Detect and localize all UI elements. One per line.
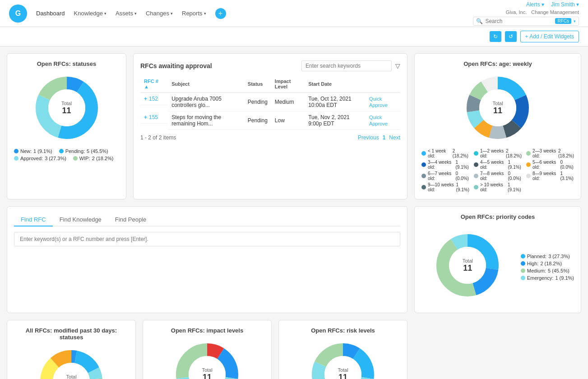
leg-high: High: 2 (18.2%) xyxy=(521,261,574,266)
open-rfcs-impact-chart: Total 11 xyxy=(150,338,264,379)
age-leg-10: > 10 weeks old: 1 (9.1%) xyxy=(474,182,522,192)
content: Open RFCs: statuses Total 11 xyxy=(0,46,588,379)
age-leg-4: 4—5 weeks old: 1 (9.1%) xyxy=(474,160,522,170)
priority-legend: Planned: 3 (27.3%) High: 2 (18.2%) Mediu… xyxy=(521,254,574,281)
tab-find-knowledge[interactable]: Find Knowledge xyxy=(53,213,108,226)
leg-medium: Medium: 5 (45.5%) xyxy=(521,268,574,273)
prev-button[interactable]: Previous xyxy=(358,134,379,141)
open-rfcs-risk-title: Open RFCs: risk levels xyxy=(286,327,400,334)
priority-chart: Total 11 xyxy=(431,229,504,301)
header-left: G Dashboard Knowledge ▾ Assets ▾ Changes… xyxy=(9,5,226,23)
all-rfcs-modified-card: All RFCs: modified past 30 days: statuse… xyxy=(7,320,136,379)
filter-icon[interactable]: ▽ xyxy=(395,62,400,69)
open-rfcs-statuses-label: Total 11 xyxy=(61,101,72,116)
logo: G xyxy=(9,5,27,23)
search-input[interactable] xyxy=(485,18,553,24)
rfc-link-152[interactable]: 152 xyxy=(149,96,158,102)
search-bar: 🔍 RFCs ▾ xyxy=(473,17,579,26)
legend-new-dot xyxy=(14,149,19,153)
age-leg-6: 6—7 weeks old: 0 (0.0%) xyxy=(421,171,469,181)
legend-new: New: 1 (9.1%) xyxy=(14,148,52,154)
rfcs-badge[interactable]: RFCs xyxy=(555,18,571,24)
open-rfcs-impact-title: Open RFCs: impact levels xyxy=(150,327,264,334)
rfcs-footer: 1 - 2 of 2 items Previous 1 Next xyxy=(140,134,400,141)
rfcs-table-head: RFC # ▲ Subject Status Impact Level Star… xyxy=(140,76,400,92)
row-1: Open RFCs: statuses Total 11 xyxy=(7,53,581,199)
rfc-date-2: Tue, Nov 2, 2021 9:00p EDT xyxy=(305,111,366,130)
open-rfcs-statuses-card: Open RFCs: statuses Total 11 xyxy=(7,53,126,199)
open-rfcs-statuses-legend: New: 1 (9.1%) Pending: 5 (45.5%) Approve… xyxy=(14,148,119,161)
nav-reports[interactable]: Reports ▾ xyxy=(182,10,206,17)
table-row: + 155 Steps for moving the remaining Hom… xyxy=(140,111,400,130)
impact-label: Total 11 xyxy=(202,367,212,379)
legend-approved-dot xyxy=(14,156,19,161)
leg-planned: Planned: 3 (27.3%) xyxy=(521,254,574,259)
rfcs-table: RFC # ▲ Subject Status Impact Level Star… xyxy=(140,76,400,130)
rfcs-chevron-icon: ▾ xyxy=(574,19,576,23)
open-rfcs-priority-card: Open RFCs: priority codes Total 11 xyxy=(414,206,581,313)
header: G Dashboard Knowledge ▾ Assets ▾ Changes… xyxy=(0,0,588,27)
age-leg-1: 1—2 weeks old: 2 (18.2%) xyxy=(474,148,522,158)
next-button[interactable]: Next xyxy=(389,134,400,141)
quick-approve-1[interactable]: Quick Approve xyxy=(369,96,388,108)
open-rfcs-age-chart: Total 11 xyxy=(421,72,574,144)
age-leg-3: 3—4 weeks old: 1 (9.1%) xyxy=(421,160,469,170)
col-subject: Subject xyxy=(168,76,244,92)
rfc-link-155[interactable]: 155 xyxy=(149,114,158,120)
toolbar: ↻ ↺ + Add / Edit Widgets xyxy=(0,27,588,46)
rfc-status-2: Pending xyxy=(244,111,271,130)
priority-spacer xyxy=(414,320,581,379)
header-top-links: Alerts ▾ Jim Smith ▾ xyxy=(526,1,579,8)
nav-assets[interactable]: Assets ▾ xyxy=(116,10,137,17)
all-rfcs-modified-title: All RFCs: modified past 30 days: statuse… xyxy=(14,327,129,341)
changes-chevron: ▾ xyxy=(171,11,173,16)
nav-dashboard[interactable]: Dashboard xyxy=(36,10,65,17)
row-2: Find RFC Find Knowledge Find People Open… xyxy=(7,206,581,313)
open-rfcs-impact-card: Open RFCs: impact levels Total 11 xyxy=(143,320,272,379)
nav-add-button[interactable]: + xyxy=(215,8,226,19)
rfc-date-1: Tue, Oct 12, 2021 10:00a EDT xyxy=(305,92,366,111)
quick-approve-2[interactable]: Quick Approve xyxy=(369,115,388,126)
find-input[interactable] xyxy=(14,232,400,246)
age-leg-5: 5—6 weeks old: 0 (0.0%) xyxy=(526,160,574,170)
refresh-button[interactable]: ↻ xyxy=(490,31,501,42)
age-leg-7: 7—8 weeks old: 0 (0.0%) xyxy=(474,171,522,181)
col-impact: Impact Level xyxy=(271,76,305,92)
legend-pending: Pending: 5 (45.5%) xyxy=(59,148,108,154)
rfcs-search-input[interactable] xyxy=(301,60,392,71)
rfc-subject-1: Upgrade Aruba 7005 controllers glo... xyxy=(168,92,244,111)
search-icon: 🔍 xyxy=(476,18,483,24)
col-rfc[interactable]: RFC # ▲ xyxy=(140,76,168,92)
nav-knowledge[interactable]: Knowledge ▾ xyxy=(74,10,106,17)
legend-approved: Approved: 3 (27.3%) xyxy=(14,156,66,161)
nav: Dashboard Knowledge ▾ Assets ▾ Changes ▾… xyxy=(36,8,226,19)
open-rfcs-priority-title: Open RFCs: priority codes xyxy=(421,213,574,220)
find-tabs: Find RFC Find Knowledge Find People xyxy=(14,213,400,226)
rfcs-awaiting-card: RFCs awaiting approval ▽ RFC # ▲ Subject… xyxy=(133,53,407,199)
history-button[interactable]: ↺ xyxy=(505,31,517,42)
user-button[interactable]: Jim Smith ▾ xyxy=(551,1,579,8)
page-number: 1 xyxy=(383,134,386,141)
add-edit-widgets-button[interactable]: + Add / Edit Widgets xyxy=(520,31,579,42)
priority-chart-area: Total 11 Planned: 3 (27.3%) High: 2 (18.… xyxy=(421,225,574,306)
all-rfcs-label: Total 34 xyxy=(66,374,76,379)
rfcs-awaiting-controls: ▽ xyxy=(301,60,400,71)
tab-find-people[interactable]: Find People xyxy=(108,213,153,226)
expand-row-2[interactable]: + xyxy=(144,114,147,120)
tab-find-rfc[interactable]: Find RFC xyxy=(14,213,53,226)
open-rfcs-statuses-title: Open RFCs: statuses xyxy=(14,60,119,67)
legend-wip-dot xyxy=(73,156,78,161)
rfc-impact-1: Medium xyxy=(271,92,305,111)
nav-changes[interactable]: Changes ▾ xyxy=(146,10,173,17)
rfc-status-1: Pending xyxy=(244,92,271,111)
header-right: Alerts ▾ Jim Smith ▾ Giva, Inc. Change M… xyxy=(473,1,579,26)
table-row: + 152 Upgrade Aruba 7005 controllers glo… xyxy=(140,92,400,111)
risk-label: Total 11 xyxy=(338,367,348,379)
pagination: Previous 1 Next xyxy=(358,134,400,141)
alerts-button[interactable]: Alerts ▾ xyxy=(526,1,544,8)
open-rfcs-age-label: Total 11 xyxy=(492,101,503,116)
find-card: Find RFC Find Knowledge Find People xyxy=(7,206,407,313)
expand-row-1[interactable]: + xyxy=(144,96,147,102)
rfcs-table-body: + 152 Upgrade Aruba 7005 controllers glo… xyxy=(140,92,400,130)
open-rfcs-risk-chart: Total 11 xyxy=(286,338,400,379)
